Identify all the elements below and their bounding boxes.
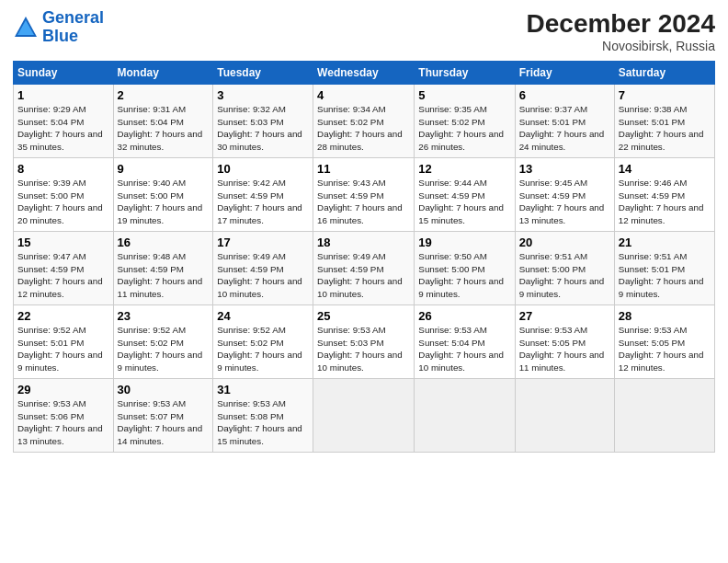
table-cell: 12Sunrise: 9:44 AM Sunset: 4:59 PM Dayli…: [415, 158, 515, 232]
location: Novosibirsk, Russia: [527, 39, 715, 53]
day-number: 27: [519, 309, 610, 323]
table-cell: [313, 379, 415, 453]
day-info: Sunrise: 9:51 AM Sunset: 5:00 PM Dayligh…: [519, 250, 610, 301]
day-number: 3: [217, 88, 309, 102]
logo-line2: Blue: [42, 27, 78, 45]
day-info: Sunrise: 9:34 AM Sunset: 5:02 PM Dayligh…: [317, 103, 410, 154]
day-info: Sunrise: 9:53 AM Sunset: 5:04 PM Dayligh…: [418, 324, 510, 374]
day-number: 25: [317, 309, 410, 323]
day-info: Sunrise: 9:52 AM Sunset: 5:02 PM Dayligh…: [217, 324, 309, 374]
day-number: 2: [118, 88, 210, 102]
day-number: 23: [118, 309, 210, 323]
day-info: Sunrise: 9:53 AM Sunset: 5:05 PM Dayligh…: [519, 324, 610, 374]
col-tuesday: Tuesday: [213, 62, 313, 85]
logo-text: General Blue: [42, 9, 104, 46]
day-number: 5: [418, 88, 510, 102]
day-info: Sunrise: 9:53 AM Sunset: 5:05 PM Dayligh…: [619, 324, 711, 374]
day-info: Sunrise: 9:39 AM Sunset: 5:00 PM Dayligh…: [17, 177, 109, 227]
table-cell: 14Sunrise: 9:46 AM Sunset: 4:59 PM Dayli…: [614, 158, 714, 232]
table-cell: 24Sunrise: 9:52 AM Sunset: 5:02 PM Dayli…: [213, 305, 313, 379]
table-cell: 29Sunrise: 9:53 AM Sunset: 5:06 PM Dayli…: [14, 379, 114, 453]
table-cell: 3Sunrise: 9:32 AM Sunset: 5:03 PM Daylig…: [213, 85, 313, 158]
day-number: 28: [619, 309, 711, 323]
table-cell: 10Sunrise: 9:42 AM Sunset: 4:59 PM Dayli…: [213, 158, 313, 232]
table-cell: 4Sunrise: 9:34 AM Sunset: 5:02 PM Daylig…: [313, 85, 415, 158]
day-info: Sunrise: 9:53 AM Sunset: 5:08 PM Dayligh…: [217, 397, 309, 448]
day-number: 7: [619, 88, 711, 102]
table-cell: 9Sunrise: 9:40 AM Sunset: 5:00 PM Daylig…: [113, 158, 213, 232]
day-number: 10: [217, 162, 309, 176]
table-cell: 6Sunrise: 9:37 AM Sunset: 5:01 PM Daylig…: [515, 85, 614, 158]
day-info: Sunrise: 9:52 AM Sunset: 5:02 PM Dayligh…: [118, 324, 210, 374]
day-number: 12: [418, 162, 510, 176]
day-number: 29: [17, 383, 109, 396]
table-cell: 20Sunrise: 9:51 AM Sunset: 5:00 PM Dayli…: [515, 232, 614, 305]
day-info: Sunrise: 9:50 AM Sunset: 5:00 PM Dayligh…: [418, 250, 510, 301]
col-monday: Monday: [113, 62, 213, 85]
day-number: 31: [217, 383, 309, 396]
table-cell: 23Sunrise: 9:52 AM Sunset: 5:02 PM Dayli…: [113, 305, 213, 379]
day-info: Sunrise: 9:40 AM Sunset: 5:00 PM Dayligh…: [118, 177, 210, 227]
day-info: Sunrise: 9:38 AM Sunset: 5:01 PM Dayligh…: [619, 103, 711, 154]
day-number: 11: [317, 162, 410, 176]
table-cell: 25Sunrise: 9:53 AM Sunset: 5:03 PM Dayli…: [313, 305, 415, 379]
table-cell: [415, 379, 515, 453]
table-cell: 13Sunrise: 9:45 AM Sunset: 4:59 PM Dayli…: [515, 158, 614, 232]
table-cell: 17Sunrise: 9:49 AM Sunset: 4:59 PM Dayli…: [213, 232, 313, 305]
logo-icon: [13, 15, 39, 40]
calendar-row: 22Sunrise: 9:52 AM Sunset: 5:01 PM Dayli…: [14, 305, 715, 379]
day-number: 22: [17, 309, 109, 323]
table-cell: 11Sunrise: 9:43 AM Sunset: 4:59 PM Dayli…: [313, 158, 415, 232]
logo-line1: General: [42, 8, 104, 27]
table-cell: 8Sunrise: 9:39 AM Sunset: 5:00 PM Daylig…: [14, 158, 114, 232]
calendar-row: 15Sunrise: 9:47 AM Sunset: 4:59 PM Dayli…: [14, 232, 715, 305]
month-title: December 2024: [527, 9, 715, 39]
day-number: 6: [519, 88, 610, 102]
table-cell: 2Sunrise: 9:31 AM Sunset: 5:04 PM Daylig…: [113, 85, 213, 158]
day-number: 21: [619, 236, 711, 249]
table-cell: 18Sunrise: 9:49 AM Sunset: 4:59 PM Dayli…: [313, 232, 415, 305]
day-number: 16: [118, 236, 210, 249]
day-info: Sunrise: 9:48 AM Sunset: 4:59 PM Dayligh…: [118, 250, 210, 301]
table-cell: 31Sunrise: 9:53 AM Sunset: 5:08 PM Dayli…: [213, 379, 313, 453]
day-number: 9: [118, 162, 210, 176]
day-info: Sunrise: 9:53 AM Sunset: 5:07 PM Dayligh…: [118, 397, 210, 448]
table-cell: 7Sunrise: 9:38 AM Sunset: 5:01 PM Daylig…: [614, 85, 714, 158]
day-info: Sunrise: 9:43 AM Sunset: 4:59 PM Dayligh…: [317, 177, 410, 227]
day-number: 4: [317, 88, 410, 102]
calendar-row: 29Sunrise: 9:53 AM Sunset: 5:06 PM Dayli…: [14, 379, 715, 453]
day-number: 26: [418, 309, 510, 323]
table-cell: 15Sunrise: 9:47 AM Sunset: 4:59 PM Dayli…: [14, 232, 114, 305]
table-cell: 28Sunrise: 9:53 AM Sunset: 5:05 PM Dayli…: [614, 305, 714, 379]
day-info: Sunrise: 9:31 AM Sunset: 5:04 PM Dayligh…: [118, 103, 210, 154]
col-thursday: Thursday: [415, 62, 515, 85]
day-info: Sunrise: 9:42 AM Sunset: 4:59 PM Dayligh…: [217, 177, 309, 227]
table-cell: 21Sunrise: 9:51 AM Sunset: 5:01 PM Dayli…: [614, 232, 714, 305]
day-number: 18: [317, 236, 410, 249]
table-cell: 1Sunrise: 9:29 AM Sunset: 5:04 PM Daylig…: [14, 85, 114, 158]
day-info: Sunrise: 9:32 AM Sunset: 5:03 PM Dayligh…: [217, 103, 309, 154]
day-info: Sunrise: 9:47 AM Sunset: 4:59 PM Dayligh…: [17, 250, 109, 301]
day-number: 30: [118, 383, 210, 396]
col-saturday: Saturday: [614, 62, 714, 85]
day-info: Sunrise: 9:49 AM Sunset: 4:59 PM Dayligh…: [217, 250, 309, 301]
table-cell: 22Sunrise: 9:52 AM Sunset: 5:01 PM Dayli…: [14, 305, 114, 379]
day-info: Sunrise: 9:51 AM Sunset: 5:01 PM Dayligh…: [619, 250, 711, 301]
day-info: Sunrise: 9:46 AM Sunset: 4:59 PM Dayligh…: [619, 177, 711, 227]
day-info: Sunrise: 9:53 AM Sunset: 5:06 PM Dayligh…: [17, 397, 109, 448]
day-number: 19: [418, 236, 510, 249]
day-number: 20: [519, 236, 610, 249]
title-block: December 2024 Novosibirsk, Russia: [527, 9, 715, 53]
calendar-row: 8Sunrise: 9:39 AM Sunset: 5:00 PM Daylig…: [14, 158, 715, 232]
table-cell: 19Sunrise: 9:50 AM Sunset: 5:00 PM Dayli…: [415, 232, 515, 305]
day-number: 1: [17, 88, 109, 102]
col-friday: Friday: [515, 62, 614, 85]
day-number: 17: [217, 236, 309, 249]
header-row: Sunday Monday Tuesday Wednesday Thursday…: [14, 62, 715, 85]
table-cell: 30Sunrise: 9:53 AM Sunset: 5:07 PM Dayli…: [113, 379, 213, 453]
calendar-row: 1Sunrise: 9:29 AM Sunset: 5:04 PM Daylig…: [14, 85, 715, 158]
table-cell: 26Sunrise: 9:53 AM Sunset: 5:04 PM Dayli…: [415, 305, 515, 379]
day-number: 24: [217, 309, 309, 323]
table-cell: 5Sunrise: 9:35 AM Sunset: 5:02 PM Daylig…: [415, 85, 515, 158]
col-sunday: Sunday: [14, 62, 114, 85]
